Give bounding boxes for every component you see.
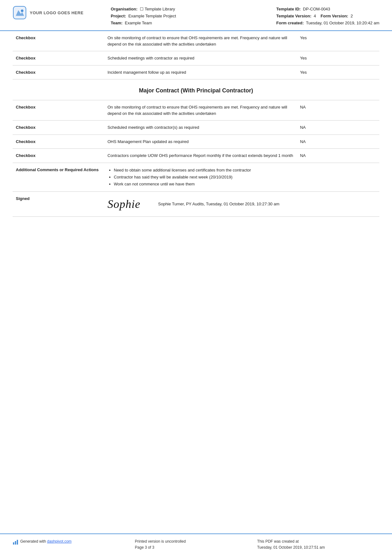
row-desc: Contractors complete UOW OHS performance… — [104, 149, 297, 163]
row-desc: On site monitoring of contract to ensure… — [104, 100, 297, 121]
row-desc: Scheduled meetings with contractor(s) as… — [104, 121, 297, 135]
footer-link[interactable]: dashpivot.com — [47, 539, 72, 544]
form-version-value: 2 — [351, 14, 353, 18]
row-value: NA — [297, 149, 379, 163]
org-value: ☐ Template Library — [140, 7, 175, 11]
template-version-label: Template Version: — [276, 14, 311, 18]
footer-printed-line1: Printed version is uncontrolled — [135, 539, 257, 545]
row-desc: Scheduled meetings with contractor as re… — [104, 51, 297, 65]
svg-point-1 — [21, 9, 23, 12]
form-created-label: Form created: — [276, 21, 304, 25]
page: YOUR LOGO GOES HERE Organisation: ☐ Temp… — [0, 0, 392, 555]
project-value: Example Template Project — [128, 14, 176, 18]
comments-content: Need to obtain some additional licenses … — [104, 163, 379, 191]
row-value: Yes — [297, 65, 379, 79]
comments-list: Need to obtain some additional licenses … — [108, 167, 376, 188]
row-label: Checkbox — [13, 121, 104, 135]
signature-image: Sophie — [108, 196, 152, 213]
table-row: Checkbox OHS Management Plan updated as … — [13, 134, 379, 149]
header-meta: Organisation: ☐ Template Library Project… — [111, 6, 276, 27]
footer-pdf-created: This PDF was created at Tuesday, 01 Octo… — [257, 539, 379, 551]
row-value: NA — [297, 134, 379, 149]
row-value: NA — [297, 100, 379, 121]
row-label: Checkbox — [13, 134, 104, 149]
team-label: Team: — [111, 21, 122, 25]
table-row: Checkbox On site monitoring of contract … — [13, 100, 379, 121]
row-label: Checkbox — [13, 100, 104, 121]
row-label: Checkbox — [13, 51, 104, 65]
section-heading-row: Major Contract (With Principal Contracto… — [13, 79, 379, 100]
form-created-line: Form created: Tuesday, 01 October 2019, … — [276, 20, 379, 27]
list-item: Need to obtain some additional licenses … — [114, 167, 376, 174]
signed-row: Signed Sophie Sophie Turner, PY Audits, … — [13, 192, 379, 217]
row-desc: OHS Management Plan updated as required — [104, 134, 297, 149]
form-version-label: Form Version: — [320, 14, 348, 18]
comments-label: Additional Comments or Required Actions — [13, 163, 104, 191]
row-desc: Incident management follow up as require… — [104, 65, 297, 79]
form-created-value: Tuesday, 01 October 2019, 10:20:42 am — [306, 21, 379, 25]
footer-pdf-label: This PDF was created at — [257, 539, 379, 545]
footer-printed: Printed version is uncontrolled Page 3 o… — [135, 539, 257, 551]
template-version-value: 4 — [314, 14, 316, 18]
footer-generated: Generated with dashpivot.com — [13, 539, 135, 545]
header: YOUR LOGO GOES HERE Organisation: ☐ Temp… — [0, 0, 392, 31]
org-line: Organisation: ☐ Template Library — [111, 6, 276, 13]
footer-printed-line2: Page 3 of 3 — [135, 545, 257, 551]
svg-rect-2 — [13, 542, 14, 545]
footer-pdf-value: Tuesday, 01 October 2019, 10:27:51 am — [257, 545, 379, 551]
team-line: Team: Example Team — [111, 20, 276, 27]
table-row: Checkbox On site monitoring of contract … — [13, 31, 379, 51]
row-desc: On site monitoring of contract to ensure… — [104, 31, 297, 51]
signed-content: Sophie Sophie Turner, PY Audits, Tuesday… — [104, 192, 379, 217]
logo-icon — [13, 6, 27, 20]
content: Checkbox On site monitoring of contract … — [0, 31, 392, 375]
table-row: Checkbox Incident management follow up a… — [13, 65, 379, 79]
svg-rect-4 — [17, 540, 18, 545]
template-id-value: DP-COM-0043 — [303, 7, 330, 11]
section-heading: Major Contract (With Principal Contracto… — [13, 79, 379, 100]
row-value: Yes — [297, 51, 379, 65]
version-line: Template Version: 4 Form Version: 2 — [276, 13, 379, 20]
page-spacer — [0, 375, 392, 533]
bar-chart-icon — [13, 539, 18, 545]
template-id-label: Template ID: — [276, 7, 301, 11]
signed-label: Signed — [13, 192, 104, 217]
header-right: Template ID: DP-COM-0043 Template Versio… — [276, 6, 379, 27]
row-value: NA — [297, 121, 379, 135]
row-label: Checkbox — [13, 31, 104, 51]
project-label: Project: — [111, 14, 126, 18]
row-value: Yes — [297, 31, 379, 51]
template-id-line: Template ID: DP-COM-0043 — [276, 6, 379, 13]
list-item: Contractor has said they will be availab… — [114, 174, 376, 181]
logo-text: YOUR LOGO GOES HERE — [30, 10, 84, 15]
signature-details: Sophie Turner, PY Audits, Tuesday, 01 Oc… — [158, 201, 279, 207]
org-label: Organisation: — [111, 7, 138, 11]
form-table: Checkbox On site monitoring of contract … — [13, 31, 379, 217]
signature-area: Sophie Sophie Turner, PY Audits, Tuesday… — [108, 196, 376, 213]
table-row: Checkbox Scheduled meetings with contrac… — [13, 121, 379, 135]
svg-rect-3 — [15, 541, 16, 545]
list-item: Work can not commence until we have them — [114, 181, 376, 188]
table-row: Checkbox Scheduled meetings with contrac… — [13, 51, 379, 65]
footer: Generated with dashpivot.com Printed ver… — [0, 533, 392, 555]
row-label: Checkbox — [13, 149, 104, 163]
team-value: Example Team — [125, 21, 152, 25]
project-line: Project: Example Template Project — [111, 13, 276, 20]
logo-area: YOUR LOGO GOES HERE — [13, 6, 101, 20]
row-label: Checkbox — [13, 65, 104, 79]
comments-row: Additional Comments or Required Actions … — [13, 163, 379, 191]
table-row: Checkbox Contractors complete UOW OHS pe… — [13, 149, 379, 163]
footer-generated-label: Generated with dashpivot.com — [20, 539, 72, 545]
